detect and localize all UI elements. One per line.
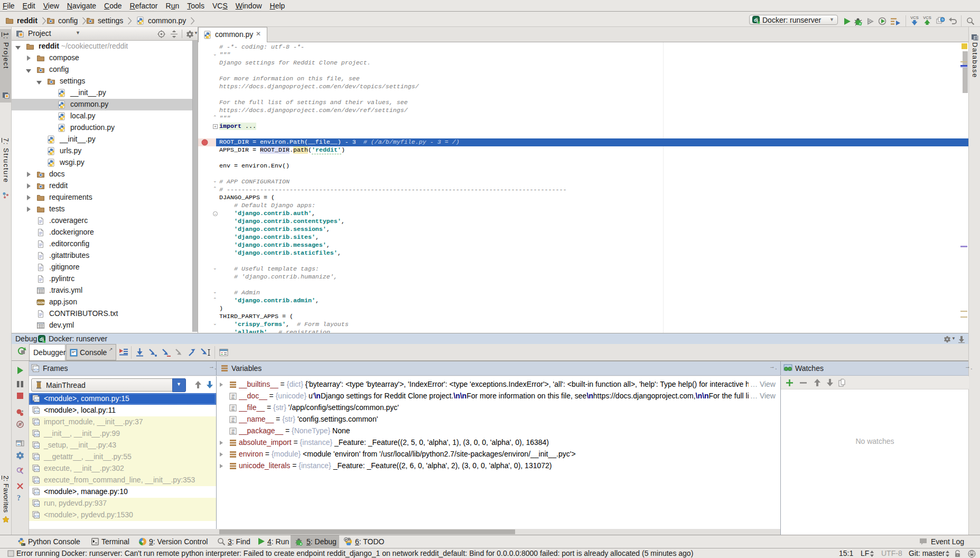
svg-text:VCS: VCS: [923, 15, 931, 20]
svg-text:<>: <>: [33, 367, 39, 372]
svg-text:<>: <>: [34, 503, 39, 507]
svg-text:dj: dj: [40, 337, 44, 342]
svg-text:<>: <>: [34, 444, 39, 449]
svg-text:<>: <>: [34, 421, 39, 425]
svg-text:<>: <>: [34, 468, 39, 472]
svg-text:JSON: JSON: [37, 301, 45, 304]
svg-text:<>: <>: [34, 398, 39, 402]
svg-text:<>: <>: [34, 479, 39, 483]
svg-text:01: 01: [231, 432, 235, 435]
svg-text:VCS: VCS: [910, 15, 918, 20]
svg-text:<>: <>: [34, 491, 39, 495]
svg-text:01: 01: [231, 420, 235, 423]
svg-text:dj: dj: [754, 17, 758, 23]
svg-text:<>: <>: [34, 433, 39, 437]
svg-text:<>: <>: [34, 514, 39, 518]
svg-text:01: 01: [231, 408, 235, 412]
svg-text:01: 01: [231, 397, 235, 400]
svg-text:<>: <>: [34, 456, 39, 460]
svg-text:<>: <>: [34, 410, 39, 414]
